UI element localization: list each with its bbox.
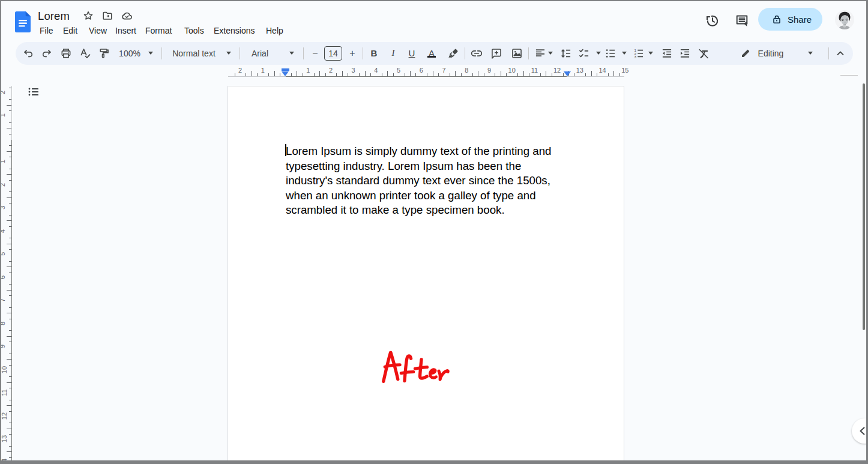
svg-text:3: 3 (634, 54, 637, 58)
